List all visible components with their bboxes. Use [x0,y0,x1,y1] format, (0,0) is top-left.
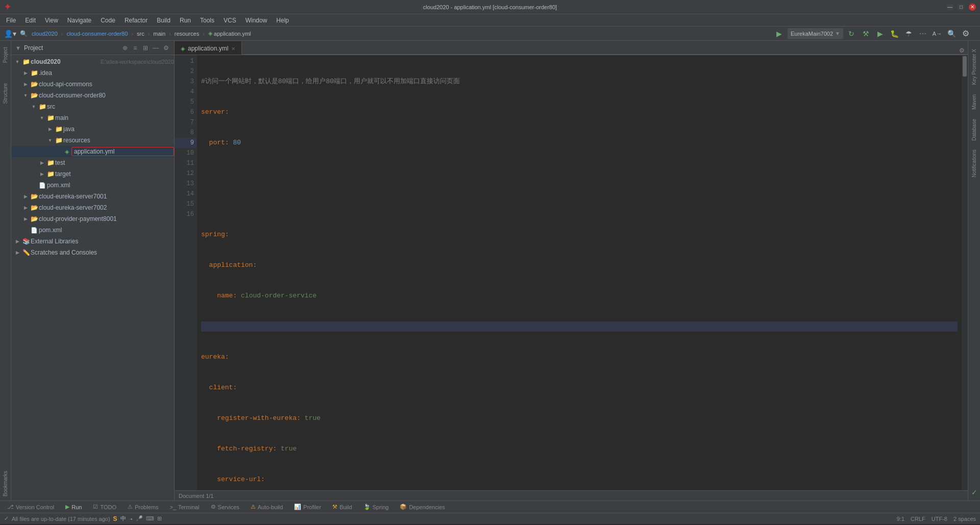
code-line-13: fetch-registry: true [201,444,958,454]
debug-button[interactable]: 🐛 [888,28,900,40]
tree-item-application-yml[interactable]: ◈ application.yml [11,146,174,157]
menu-view[interactable]: View [41,16,62,25]
settings-button[interactable]: ⚙ [960,28,972,40]
maven-panel[interactable]: Maven [970,90,978,114]
terminal-tab[interactable]: >_ Terminal [164,502,204,513]
breadcrumb-src[interactable]: src [137,31,144,37]
scrollbar-thumb[interactable] [963,56,967,77]
project-label[interactable]: Project [24,44,43,52]
maximize-button[interactable]: □ [958,4,965,11]
menu-build[interactable]: Build [153,16,175,25]
profiler-label: Profiler [303,504,321,510]
status-message: All files are up-to-date (17 minutes ago… [12,516,110,522]
breadcrumb-sep2: › [131,31,133,37]
breadcrumb-sep3: › [148,31,150,37]
project-settings-button[interactable]: ⚙ [162,44,170,52]
autobuild-tab[interactable]: ⚠ Auto-build [246,502,288,513]
tree-item-main[interactable]: ▼ 📁 main [11,112,174,123]
tree-item-target[interactable]: ▶ 📁 target [11,168,174,180]
tree-item-idea[interactable]: ▶ 📁 .idea [11,67,174,79]
tree-item-api-commons[interactable]: ▶ 📂 cloud-api-commons [11,79,174,90]
problems-tab[interactable]: ⚠ Problems [122,502,163,513]
menu-code[interactable]: Code [96,16,119,25]
tree-item-external-libs[interactable]: ▶ 📚 External Libraries [11,236,174,247]
cursor-position: 9:1 [897,516,904,522]
spring-tab[interactable]: 🍃 Spring [358,502,394,513]
menu-run[interactable]: Run [176,16,195,25]
tree-item-eureka7002[interactable]: ▶ 📂 cloud-eureka-server7002 [11,202,174,213]
editor-scrollbar[interactable] [962,55,968,490]
translate-button[interactable]: A→ [931,28,943,40]
code-editor[interactable]: #访问一个网站时，默认是80端口，给用户80端口，用户就可以不用加端口直接访问页… [197,55,962,490]
run-config-build-icon[interactable]: ▶ [773,28,786,40]
tree-arrow-target: ▶ [38,171,46,177]
tree-item-cloud2020[interactable]: ▼ 📁 cloud2020 E:\idea-workspace\cloud202… [11,56,174,67]
tree-item-pom-order80[interactable]: 📄 pom.xml [11,180,174,191]
find-button[interactable]: 🔍 [945,28,958,40]
minimize-button[interactable]: — [946,4,953,11]
ln-3: 3 [175,77,197,87]
module-icon-consumer-order80: 📂 [30,92,39,99]
project-add-button[interactable]: ⊕ [121,44,129,52]
run-config-dropdown[interactable]: EurekaMain7002 ▼ [788,28,843,39]
breadcrumb-main[interactable]: main [153,31,165,37]
tree-item-payment8001[interactable]: ▶ 📂 cloud-provider-payment8001 [11,213,174,224]
tree-item-scratches[interactable]: ▶ ✏️ Scratches and Consoles [11,247,174,258]
tree-item-resources[interactable]: ▼ 📁 resources [11,135,174,146]
profiler-tab[interactable]: 📊 Profiler [289,502,326,513]
breadcrumb-module[interactable]: cloud-consumer-order80 [66,31,128,37]
project-collapse-button[interactable]: — [152,44,160,52]
code-line-5 [201,199,958,209]
tree-item-java[interactable]: ▶ 📁 java [11,123,174,135]
database-panel[interactable]: Database [970,115,978,145]
breadcrumb-file[interactable]: application.yml [214,31,251,37]
menu-edit[interactable]: Edit [21,16,40,25]
tree-item-test[interactable]: ▶ 📁 test [11,157,174,168]
todo-tab[interactable]: ☑ TODO [88,502,121,513]
all-ok-indicator: ✓ [969,486,979,498]
tab-close-icon[interactable]: ✕ [231,46,235,52]
tree-item-consumer-order80[interactable]: ▼ 📂 cloud-consumer-order80 [11,90,174,101]
breadcrumb-cloud2020[interactable]: cloud2020 [32,31,58,37]
menu-navigate[interactable]: Navigate [63,16,95,25]
build-project-button[interactable]: ⚒ [860,28,872,40]
project-expand-button[interactable]: ⊞ [141,44,150,52]
run-button[interactable]: ▶ [874,28,886,40]
close-button[interactable]: ✕ [969,4,976,11]
version-control-tab[interactable]: ⎇ Version Control [2,502,59,513]
menu-window[interactable]: Window [241,16,272,25]
refresh-button[interactable]: ↻ [845,28,857,40]
key-promoter-panel[interactable]: Key Promoter X [970,45,978,89]
menu-tools[interactable]: Tools [196,16,218,25]
menu-refactor[interactable]: Refactor [120,16,152,25]
tree-item-eureka7001[interactable]: ▶ 📂 cloud-eureka-server7001 [11,191,174,202]
editor-tabs-settings[interactable]: ⚙ [955,47,968,55]
dependencies-tab[interactable]: 📦 Dependencies [395,502,450,513]
tree-item-pom-root[interactable]: 📄 pom.xml [11,224,174,236]
breadcrumb-resources[interactable]: resources [175,31,199,37]
more-actions-button[interactable]: ⋯ [917,28,929,40]
project-sort-button[interactable]: ≡ [131,44,139,52]
editor-tab-application-yml[interactable]: ◈ application.yml ✕ [175,41,242,55]
services-tab[interactable]: ⚙ Services [206,502,244,513]
bookmarks-tab[interactable]: Bookmarks [2,467,9,501]
titlebar-controls[interactable]: — □ ✕ [946,4,976,11]
navbar: 👤▾ 🔍 cloud2020 › cloud-consumer-order80 … [0,27,980,41]
project-tab[interactable]: Project [2,43,9,67]
coverage-button[interactable]: ☂ [902,28,915,40]
menu-file[interactable]: File [2,16,20,25]
build-tab[interactable]: ⚒ Build [327,502,357,513]
ln-11: 11 [175,158,197,168]
menu-vcs[interactable]: VCS [219,16,240,25]
menu-help[interactable]: Help [272,16,293,25]
module-icon-api-commons: 📂 [30,81,39,88]
search-button[interactable]: 🔍 [17,28,30,40]
notifications-panel[interactable]: Notifications [970,145,978,181]
run-tab[interactable]: ▶ Run [60,502,87,513]
tab-label: application.yml [188,45,228,52]
tree-label-external-libs: External Libraries [31,238,174,245]
profile-button[interactable]: 👤▾ [4,28,16,40]
structure-tab[interactable]: Structure [2,79,9,108]
folder-icon-main: 📁 [46,114,55,121]
tree-item-src[interactable]: ▼ 📁 src [11,101,174,112]
